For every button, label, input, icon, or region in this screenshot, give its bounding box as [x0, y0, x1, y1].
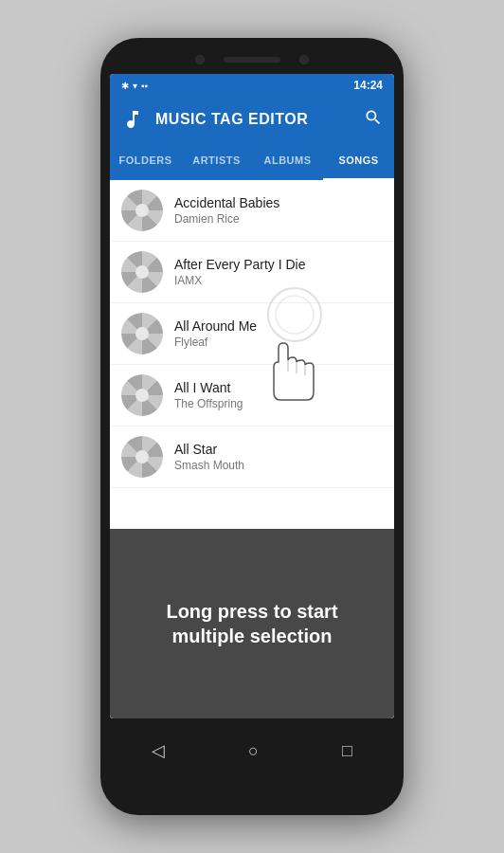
- phone-top-bezel: [110, 55, 394, 64]
- song-artist: Damien Rice: [174, 212, 383, 226]
- phone-device: ✱ ▾ ▪▪ 14:24 MUSIC TAG EDITOR FO: [100, 38, 404, 815]
- song-info: All I Want The Offspring: [174, 380, 383, 410]
- tab-artists[interactable]: ARTISTS: [181, 142, 252, 180]
- recent-button[interactable]: □: [342, 741, 352, 761]
- tab-folders[interactable]: FOLDERS: [110, 142, 181, 180]
- song-thumbnail: [121, 436, 163, 478]
- wifi-icon: ▾: [133, 81, 137, 91]
- song-info: All Around Me Flyleaf: [174, 318, 383, 349]
- song-artist: Flyleaf: [174, 336, 383, 349]
- speaker: [224, 57, 280, 63]
- status-left-icons: ✱ ▾ ▪▪: [121, 81, 148, 91]
- song-item-all-star[interactable]: All Star Smash Mouth: [110, 426, 394, 488]
- song-artist: Smash Mouth: [174, 459, 383, 472]
- bottom-nav-bar: ◁ ○ □: [110, 728, 394, 773]
- tab-songs[interactable]: SONGS: [323, 142, 394, 180]
- song-item-all-around-me[interactable]: All Around Me Flyleaf: [110, 303, 394, 365]
- home-button[interactable]: ○: [248, 741, 259, 761]
- song-artist: The Offspring: [174, 397, 383, 410]
- song-title: All Around Me: [174, 318, 383, 334]
- song-title: After Every Party I Die: [174, 257, 383, 272]
- app-title: MUSIC TAG EDITOR: [155, 111, 352, 128]
- signal-icon: ▪▪: [141, 81, 148, 91]
- song-thumbnail: [121, 313, 163, 354]
- camera: [195, 55, 205, 64]
- song-artist: IAMX: [174, 274, 383, 287]
- song-title: All Star: [174, 442, 383, 457]
- song-thumbnail: [121, 251, 163, 293]
- song-info: All Star Smash Mouth: [174, 442, 383, 472]
- tooltip-overlay: Long press to startmultiple selection: [110, 529, 394, 718]
- song-title: All I Want: [174, 380, 383, 395]
- tooltip-text: Long press to startmultiple selection: [147, 599, 356, 648]
- tabs-bar: FOLDERS ARTISTS ALBUMS SONGS: [110, 142, 394, 180]
- song-title: Accidental Babies: [174, 195, 383, 210]
- song-item-all-i-want[interactable]: All I Want The Offspring: [110, 365, 394, 426]
- song-item-after-every-party[interactable]: After Every Party I Die IAMX: [110, 242, 394, 303]
- search-button[interactable]: [364, 108, 383, 132]
- status-time: 14:24: [353, 79, 383, 92]
- phone-screen: ✱ ▾ ▪▪ 14:24 MUSIC TAG EDITOR FO: [110, 74, 394, 718]
- back-button[interactable]: ◁: [152, 740, 165, 761]
- song-item-accidental-babies[interactable]: Accidental Babies Damien Rice: [110, 180, 394, 242]
- status-bar: ✱ ▾ ▪▪ 14:24: [110, 74, 394, 97]
- song-info: After Every Party I Die IAMX: [174, 257, 383, 287]
- song-info: Accidental Babies Damien Rice: [174, 195, 383, 226]
- tab-albums[interactable]: ALBUMS: [252, 142, 323, 180]
- app-logo-icon: [121, 108, 144, 131]
- song-list: Accidental Babies Damien Rice After Ever…: [110, 180, 394, 718]
- bluetooth-icon: ✱: [121, 81, 129, 91]
- song-thumbnail: [121, 374, 163, 416]
- app-bar: MUSIC TAG EDITOR: [110, 97, 394, 142]
- song-thumbnail: [121, 190, 163, 231]
- sensor: [299, 55, 309, 64]
